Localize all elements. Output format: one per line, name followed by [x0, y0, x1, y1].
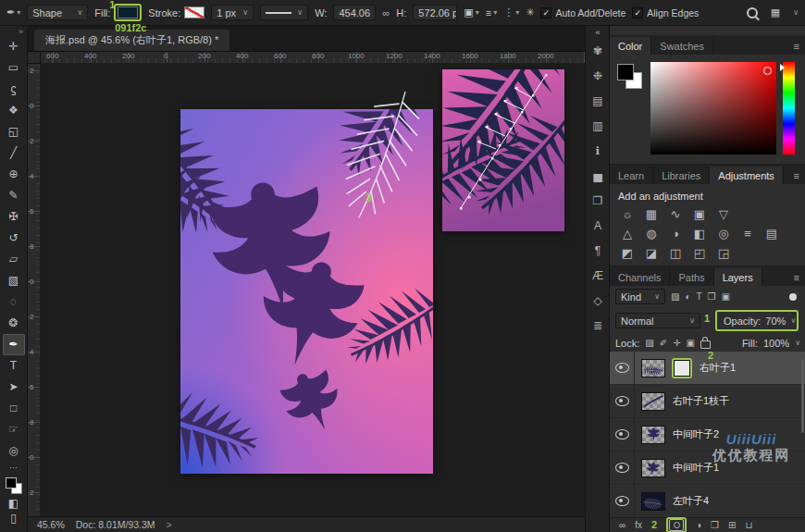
- new-layer-icon[interactable]: ⊞: [728, 520, 736, 530]
- gradient-map-icon[interactable]: ◰: [692, 246, 707, 260]
- collapse-toolbar-icon[interactable]: »: [19, 27, 23, 36]
- canvas-pasteboard[interactable]: 3: [40, 63, 585, 516]
- hue-slider[interactable]: [783, 62, 795, 155]
- visibility-cell[interactable]: [610, 385, 635, 417]
- hand-tool[interactable]: ☞: [3, 419, 25, 440]
- layer-name[interactable]: 左叶子4: [673, 494, 709, 508]
- color-balance-icon[interactable]: ◑: [668, 227, 683, 241]
- layer-thumbnail[interactable]: [641, 426, 665, 444]
- threed-panel-icon[interactable]: ◇: [586, 289, 610, 314]
- curves-icon[interactable]: ∿: [668, 207, 683, 221]
- exposure-icon[interactable]: ▣: [692, 207, 707, 221]
- fill-value[interactable]: 100%: [763, 338, 789, 349]
- foreground-color-swatch[interactable]: [6, 477, 17, 489]
- filter-adjustment-icon[interactable]: ◐: [685, 291, 690, 302]
- blend-mode-select[interactable]: Normal ∨: [615, 313, 700, 328]
- info-panel-icon[interactable]: ℹ: [586, 139, 610, 164]
- panel-menu-icon[interactable]: ≡: [794, 272, 805, 286]
- status-chevron-icon[interactable]: >: [167, 519, 172, 530]
- paragraph-panel-icon[interactable]: ¶: [586, 239, 610, 264]
- tab-learn[interactable]: Learn: [610, 167, 653, 184]
- layer-name[interactable]: 右叶子1枝干: [673, 394, 729, 408]
- layer-mask-thumbnail[interactable]: [674, 360, 690, 377]
- quick-selection-tool[interactable]: ❖: [3, 100, 25, 121]
- opacity-field[interactable]: Opacity: 70% ∨: [719, 313, 795, 328]
- invert-icon[interactable]: ◩: [620, 246, 635, 260]
- tab-channels[interactable]: Channels: [610, 268, 670, 286]
- auto-add-delete-checkbox[interactable]: ✓: [540, 7, 551, 19]
- stroke-style-select[interactable]: ∨: [260, 5, 308, 20]
- link-dimensions-icon[interactable]: ∞: [382, 7, 390, 19]
- tool-mode-select[interactable]: Shape ∨: [27, 5, 88, 20]
- eye-icon[interactable]: [615, 496, 629, 506]
- visibility-cell[interactable]: [610, 452, 635, 484]
- gear-icon[interactable]: ✳: [526, 6, 534, 19]
- clone-stamp-tool[interactable]: ✠: [3, 206, 25, 228]
- character-panel-icon[interactable]: A: [586, 214, 610, 239]
- clone-source-panel-icon[interactable]: ❐: [586, 189, 610, 214]
- hue-saturation-icon[interactable]: ◍: [644, 227, 659, 241]
- screen-mode-icon[interactable]: ▯: [3, 511, 25, 526]
- path-alignment-button[interactable]: ≡ ▾: [486, 7, 497, 19]
- delete-layer-icon[interactable]: ⊔: [745, 520, 752, 530]
- lock-transparency-icon[interactable]: ▨: [645, 338, 653, 348]
- link-layers-icon[interactable]: ∞: [619, 520, 625, 530]
- patterns-panel-icon[interactable]: ▤: [586, 89, 610, 114]
- path-arrangement-button[interactable]: ⋮ ▾: [503, 6, 519, 19]
- channel-mixer-icon[interactable]: ≡: [740, 227, 755, 241]
- foreground-background-swatches[interactable]: [6, 477, 22, 494]
- filter-type-icon[interactable]: T: [697, 291, 702, 302]
- filter-pixel-icon[interactable]: ▨: [671, 291, 679, 302]
- posterize-icon[interactable]: ◪: [644, 246, 659, 260]
- quick-mask-icon[interactable]: ◧: [3, 496, 25, 511]
- auto-add-delete-option[interactable]: ✓ Auto Add/Delete: [540, 7, 625, 19]
- panel-menu-icon[interactable]: ≡: [794, 170, 805, 184]
- blur-tool[interactable]: ◌: [3, 291, 25, 313]
- lock-artboard-icon[interactable]: ▣: [687, 338, 695, 348]
- h7ue-slider-marker[interactable]: [780, 64, 785, 71]
- eye-icon[interactable]: [615, 363, 629, 373]
- layer-row[interactable]: 左叶子4: [610, 485, 805, 518]
- layer-thumbnail[interactable]: [641, 392, 665, 411]
- filter-toggle[interactable]: [789, 293, 797, 301]
- saturation-brightness-field[interactable]: [650, 62, 776, 155]
- width-field[interactable]: 454.06: [333, 5, 376, 20]
- tab-swatches[interactable]: Swatches: [651, 37, 713, 55]
- expand-icon[interactable]: ▽: [716, 207, 731, 221]
- layer-name[interactable]: 右叶子1: [700, 361, 736, 375]
- tab-color[interactable]: Color: [610, 37, 651, 55]
- edit-toolbar-icon[interactable]: ···: [3, 462, 25, 473]
- tab-paths[interactable]: Paths: [670, 268, 713, 286]
- layer-row[interactable]: 中间叶子2: [610, 418, 805, 452]
- eye-icon[interactable]: [615, 463, 629, 473]
- lock-all-icon[interactable]: [700, 340, 711, 349]
- filter-group-icon[interactable]: ❐: [708, 291, 716, 302]
- layer-thumbnail[interactable]: [641, 459, 665, 477]
- chevron-down-icon[interactable]: ∨: [793, 8, 799, 17]
- vibrance-icon[interactable]: △: [620, 227, 635, 241]
- fill-swatch[interactable]: [118, 6, 138, 19]
- layer-name[interactable]: 中间叶子1: [673, 461, 719, 475]
- type-tool[interactable]: T: [3, 355, 25, 377]
- brush-settings-panel-icon[interactable]: ✾: [586, 39, 610, 64]
- gradients-panel-icon[interactable]: ▥: [586, 114, 610, 139]
- tab-layers[interactable]: Layers: [714, 268, 762, 286]
- pen-path-frond[interactable]: [350, 102, 442, 227]
- brush-tool[interactable]: ✎: [3, 185, 25, 206]
- layer-row[interactable]: 中间叶子1: [610, 452, 805, 485]
- stroke-control[interactable]: Stroke:: [148, 6, 204, 19]
- fill-control[interactable]: Fill: 1 091f2c: [94, 4, 142, 21]
- zoom-tool[interactable]: ◎: [3, 440, 25, 462]
- gradient-tool[interactable]: ▧: [3, 270, 25, 291]
- photo-filter-icon[interactable]: ◎: [716, 227, 731, 241]
- zoom-level-field[interactable]: 45.6%: [37, 519, 65, 530]
- tab-adjustments[interactable]: Adjustments: [710, 167, 784, 184]
- eye-icon[interactable]: [615, 396, 629, 406]
- search-icon[interactable]: [747, 7, 758, 19]
- expand-panels-icon[interactable]: «: [586, 26, 610, 39]
- lock-position-icon[interactable]: ✛: [673, 338, 680, 348]
- properties-panel-icon[interactable]: ≣: [586, 314, 610, 339]
- tab-libraries[interactable]: Libraries: [653, 167, 710, 184]
- add-layer-mask-icon[interactable]: [669, 519, 684, 531]
- layers-scrollbar[interactable]: [801, 359, 804, 433]
